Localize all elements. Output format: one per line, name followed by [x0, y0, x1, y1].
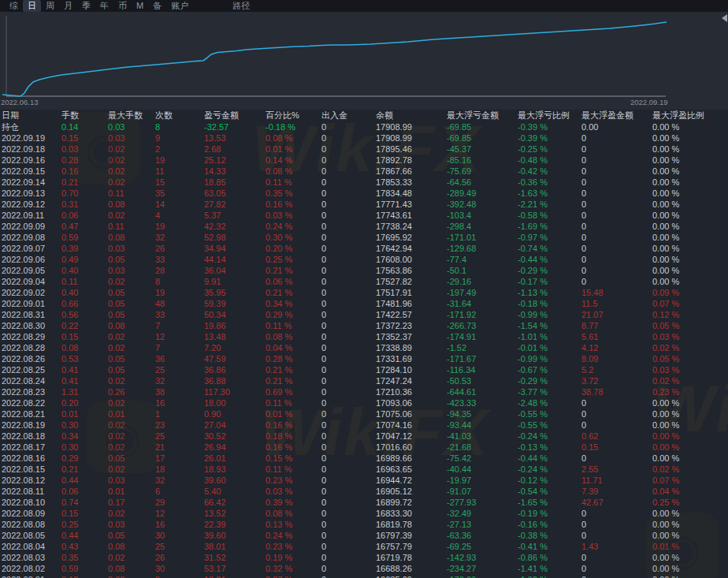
table-row[interactable]: 2022.08.030.350.022631.520.19 %016719.78… [0, 552, 728, 563]
cell-pnl: 59.39 [204, 298, 266, 309]
cell-balance: 17016.60 [376, 442, 447, 453]
x-axis-end-label: 2022.09.19 [630, 98, 668, 106]
table-row[interactable]: 2022.08.160.290.051726.010.15 %016989.66… [0, 453, 728, 464]
cell-max_float_profit_pct: 0.00 % [652, 121, 728, 132]
table-row[interactable]: 2022.09.050.400.032836.040.21 %017563.86… [0, 265, 728, 276]
table-row[interactable]: 2022.08.120.440.033239.600.23 %016944.72… [0, 475, 728, 486]
cell-max_float_loss: -197.49 [447, 287, 518, 298]
table-row[interactable]: 2022.08.231.310.2638117.300.69 %017210.3… [0, 386, 728, 397]
cell-balance: 17331.69 [376, 353, 447, 364]
table-row[interactable]: 2022.09.070.390.032634.940.20 %017642.94… [0, 243, 728, 254]
cell-max_float_profit: 8.09 [581, 353, 652, 364]
menu-item-4[interactable]: 季 [77, 0, 95, 12]
table-row[interactable]: 2022.09.160.280.021925.120.14 %017892.78… [0, 155, 728, 166]
table-row[interactable]: 2022.09.130.700.113563.050.35 %017834.48… [0, 188, 728, 199]
scroll-arrow-icon[interactable] [722, 14, 727, 22]
table-row[interactable]: 2022.09.110.060.0245.370.03 %017743.61-1… [0, 210, 728, 221]
table-row[interactable]: 2022.08.300.220.08719.860.11 %017372.23-… [0, 320, 728, 331]
cell-max_lots: 0.05 [108, 309, 155, 320]
table-row[interactable]: 2022.09.010.660.054859.390.34 %017481.96… [0, 298, 728, 309]
cell-pnl: 0.90 [204, 408, 266, 420]
cell-max_float_profit: 0 [581, 420, 652, 431]
table-row[interactable]: 2022.09.020.400.051935.950.21 %017517.91… [0, 287, 728, 298]
column-header-lots[interactable]: 手数 [61, 110, 108, 121]
table-row[interactable]: 2022.08.080.250.031622.390.13 %016819.78… [0, 519, 728, 530]
table-row[interactable]: 2022.08.020.590.083053.170.32 %016688.26… [0, 563, 728, 574]
cell-max_float_profit_pct: 0.00 % [652, 420, 728, 431]
menu-item-7[interactable]: M [132, 0, 148, 12]
menu-item-8[interactable]: 备 [148, 0, 166, 12]
cell-date: 2022.09.14 [0, 177, 61, 188]
table-row[interactable]: 2022.08.190.300.022327.040.16 %017074.16… [0, 420, 728, 431]
cell-pnl: 26.01 [204, 453, 266, 464]
menu-item-2[interactable]: 周 [41, 0, 59, 12]
cell-count: 16 [155, 519, 204, 530]
column-header-pnl[interactable]: 盈亏金额 [204, 110, 266, 121]
table-row[interactable]: 2022.09.040.110.0289.910.06 %017527.82-2… [0, 276, 728, 287]
table-row[interactable]: 2022.08.100.740.172966.420.39 %016899.72… [0, 497, 728, 508]
menu-item-9[interactable]: 账户 [166, 0, 193, 12]
table-row[interactable]: 2022.08.210.010.0110.900.01 %017075.06-9… [0, 408, 728, 420]
menu-item-0[interactable]: 综 [5, 0, 23, 12]
table-row[interactable]: 2022.08.010.120.02910.810.07 %016635.09-… [0, 574, 728, 578]
cell-balance: 17210.36 [376, 386, 447, 397]
table-row[interactable]: 2022.08.040.430.082538.010.23 %016757.79… [0, 541, 728, 552]
cell-max_lots: 0.02 [108, 144, 155, 155]
cell-pnl: 36.86 [204, 364, 266, 375]
cell-count: 30 [155, 530, 204, 541]
cell-max_float_loss_pct: -0.29 % [518, 375, 581, 386]
cell-date: 2022.08.10 [0, 497, 61, 508]
cell-cash: 0 [321, 320, 376, 331]
menu-item-3[interactable]: 月 [59, 0, 77, 12]
column-header-balance[interactable]: 余额 [376, 110, 447, 121]
cell-cash: 0 [321, 552, 376, 563]
menu-item-10[interactable]: 路径 [228, 0, 254, 12]
column-header-max_lots[interactable]: 最大手数 [108, 110, 155, 121]
column-header-max_float_profit[interactable]: 最大浮盈金额 [581, 110, 652, 121]
cell-lots: 0.66 [61, 298, 108, 309]
column-header-date[interactable]: 日期 [0, 110, 61, 121]
menu-item-1[interactable]: 日 [23, 0, 41, 12]
cell-cash: 0 [321, 475, 376, 486]
table-row[interactable]: 2022.08.180.340.022530.520.18 %017047.12… [0, 431, 728, 442]
table-row[interactable]: 2022.08.050.440.053039.600.24 %016797.39… [0, 530, 728, 541]
cell-count: 30 [155, 563, 204, 574]
cell-pct: 0.11 % [266, 397, 321, 408]
table-row[interactable]: 2022.09.190.150.03913.530.08 %017908.99-… [0, 132, 728, 144]
table-row[interactable]: 2022.08.290.150.021213.480.08 %017352.37… [0, 331, 728, 342]
menu-item-6[interactable]: 币 [113, 0, 132, 12]
table-row[interactable]: 2022.08.240.410.023236.880.21 %017247.24… [0, 375, 728, 386]
table-row[interactable]: 2022.09.120.310.081427.820.16 %017771.43… [0, 199, 728, 210]
menu-item-5[interactable]: 年 [95, 0, 113, 12]
cell-balance: 17563.86 [376, 265, 447, 276]
column-header-max_float_profit_pct[interactable]: 最大浮盈比例 [652, 110, 728, 121]
cell-lots: 0.40 [61, 287, 108, 298]
table-row[interactable]: 2022.08.260.530.053647.590.28 %017331.69… [0, 353, 728, 364]
column-header-cash[interactable]: 出入金 [321, 110, 376, 121]
column-header-max_float_loss[interactable]: 最大浮亏金额 [447, 110, 518, 121]
column-header-count[interactable]: 次数 [155, 110, 204, 121]
table-row[interactable]: 2022.08.090.150.021213.520.08 %016833.30… [0, 508, 728, 519]
table-row[interactable]: 2022.08.170.300.022126.940.16 %017016.60… [0, 442, 728, 453]
table-row[interactable]: 2022.08.310.560.053350.340.29 %017422.57… [0, 309, 728, 320]
table-row[interactable]: 2022.09.180.030.0222.680.01 %017895.46-4… [0, 144, 728, 155]
cell-max_lots: 0.08 [108, 320, 155, 331]
table-row[interactable]: 2022.08.110.060.0165.400.03 %016905.12-9… [0, 486, 728, 497]
column-header-max_float_loss_pct[interactable]: 最大浮亏比例 [518, 110, 581, 121]
table-row[interactable]: 2022.08.150.210.021818.930.11 %016963.65… [0, 464, 728, 475]
table-row[interactable]: 2022.08.250.410.052536.860.21 %017284.10… [0, 364, 728, 375]
cell-max_float_profit: 0 [581, 453, 652, 464]
column-header-pct[interactable]: 百分比% [266, 110, 321, 121]
table-row[interactable]: 2022.09.150.160.021114.330.08 %017867.66… [0, 166, 728, 177]
table-row[interactable]: 2022.09.090.470.111942.320.24 %017738.24… [0, 221, 728, 232]
cell-pnl: 25.12 [204, 155, 266, 166]
cell-max_float_loss_pct: -0.48 % [518, 155, 581, 166]
table-row[interactable]: 2022.08.220.200.021618.000.11 %017093.06… [0, 397, 728, 408]
position-row[interactable]: 持仓0.140.038-32.57-0.18 %017908.99-69.85-… [0, 121, 728, 132]
table-row[interactable]: 2022.09.140.210.021518.850.11 %017853.33… [0, 177, 728, 188]
cell-pnl: 36.88 [204, 375, 266, 386]
table-row[interactable]: 2022.09.080.590.083252.980.30 %017695.92… [0, 232, 728, 243]
table-row[interactable]: 2022.09.060.490.053344.140.25 %017608.00… [0, 254, 728, 265]
table-row[interactable]: 2022.08.280.080.0277.200.04 %017338.89-1… [0, 342, 728, 353]
cell-pnl: 38.01 [204, 541, 266, 552]
